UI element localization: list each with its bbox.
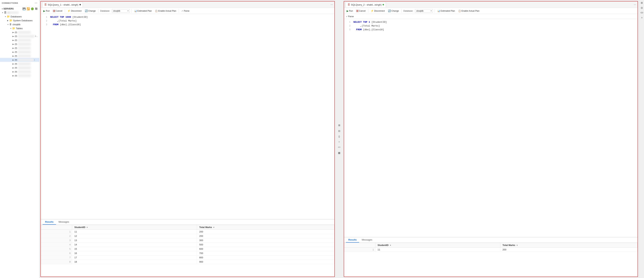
server-label: sh xyxy=(7,11,18,14)
q1-sort1[interactable]: ▾ xyxy=(86,226,88,228)
mid-icon-arrows[interactable]: <> xyxy=(337,145,341,149)
q2-sort1[interactable]: ▾ xyxy=(390,244,391,246)
table-item-11[interactable]: ▶ 🗃 xyxy=(0,70,39,74)
q1-code-text-1: SELECT TOP 1000 [StudentID] xyxy=(50,16,88,19)
system-databases-node[interactable]: ▶ 📁 System Databases xyxy=(0,19,39,22)
table-item-6[interactable]: ▶ 🗃 xyxy=(0,50,39,54)
table-item-8[interactable]: ▶ 🗃 ) xyxy=(0,58,39,62)
mid-icon-grid[interactable]: ⊞ xyxy=(338,123,341,127)
q2-tab[interactable]: 🗄 SQLQuery_2 - shakti...isingh) xyxy=(346,2,386,7)
ti8-label xyxy=(18,59,34,61)
cell-totalmarks: 200 xyxy=(197,234,334,238)
q1-estimated-plan-button[interactable]: 📊 Estimated Plan xyxy=(134,9,153,13)
q2-code-editor[interactable]: 1 SELECT TOP 1 [StudentID] 2 ,[Total Mar… xyxy=(344,19,638,237)
q2-disconnect-label: Disconnect xyxy=(374,10,385,12)
q1-run-button[interactable]: ▶ Run xyxy=(42,9,50,13)
mid-icon-formula[interactable]: ⌗ xyxy=(338,140,340,144)
right-icon4[interactable]: ⌗ xyxy=(640,16,644,20)
refresh-icon[interactable]: 🔁 xyxy=(27,7,30,10)
q2-db-selector[interactable]: cksqldb ▾ xyxy=(415,9,433,13)
q2-parse-button[interactable]: ✓ Parse xyxy=(346,15,354,18)
table-item-2[interactable]: ▶ 🗃 6... xyxy=(0,34,39,38)
table-item-1[interactable]: ▶ 🗃 xyxy=(0,30,39,34)
ti2-label xyxy=(18,35,34,38)
q2-estimated-plan-button[interactable]: 📊 Estimated Plan xyxy=(436,9,456,13)
q1-ln1: 1 xyxy=(42,16,47,19)
q2-enable-actual-plan-button[interactable]: 📋 Enable Actual Plan xyxy=(458,9,480,13)
system-databases-label: System Databases xyxy=(13,19,32,22)
q1-results-area: Results Messages StudentID ▾ xyxy=(41,219,334,276)
q2-results-tab[interactable]: Results xyxy=(346,237,359,242)
cell-studentid: 15 xyxy=(72,247,197,251)
table-item-5[interactable]: ▶ 🗃 xyxy=(0,46,39,50)
q2-messages-tab[interactable]: Messages xyxy=(359,237,375,242)
databases-node[interactable]: ▾ 📁 Databases xyxy=(0,15,39,19)
mid-icon-code[interactable]: {} xyxy=(338,135,340,138)
servers-toolbar: 💾 🔁 🟢 ⛓ xyxy=(22,7,38,10)
q1-tab[interactable]: 🗄 SQLQuery_1 - shakti...isingh) xyxy=(42,2,83,7)
table-item-12[interactable]: ▶ 🗃 xyxy=(0,74,39,78)
q2-code-text-1: SELECT TOP 1 [StudentID] xyxy=(354,21,387,24)
ti11-label xyxy=(18,70,31,73)
q1-change-button[interactable]: 🔄 Change xyxy=(84,9,96,13)
table-item-4[interactable]: ▶ 🗃 xyxy=(0,42,39,46)
q2-ln3: 3 xyxy=(346,28,350,32)
q1-messages-tab[interactable]: Messages xyxy=(56,219,72,225)
q1-run-icon: ▶ xyxy=(43,10,45,12)
table-item-10[interactable]: ▶ 🗃 xyxy=(0,66,39,70)
q1-ep-icon: 📊 xyxy=(134,10,137,12)
server-node[interactable]: ▾ 🗄 sh xyxy=(0,11,39,15)
q2-ln1: 1 xyxy=(346,21,350,24)
q2-toolbar2: ✓ Parse xyxy=(344,14,638,19)
cell-studentid: 18 xyxy=(72,260,197,264)
q2-code-line-1: 1 SELECT TOP 1 [StudentID] xyxy=(344,21,638,24)
q1-col-totalmarks[interactable]: Total Marks ▾ xyxy=(197,225,334,230)
table-item-7[interactable]: ▶ 🗃 xyxy=(0,54,39,58)
connections-more-button[interactable]: ··· xyxy=(35,2,38,5)
table-row: 1 11 200 xyxy=(41,230,334,234)
q2-col-studentid[interactable]: StudentID ▾ xyxy=(375,243,500,247)
q2-code-text-2: ,[Total Marks] xyxy=(354,24,380,28)
middle-toolbar: ⊞ ⊟ {} ⌗ <> ▦ xyxy=(336,0,343,278)
q2-cancel-button[interactable]: ■ Cancel xyxy=(356,9,366,13)
q1-more-button[interactable]: ··· xyxy=(330,3,333,6)
q2-more-button[interactable]: ··· xyxy=(634,3,636,6)
q2-change-button[interactable]: 🔄 Change xyxy=(387,9,400,13)
connect-icon[interactable]: ⛓ xyxy=(35,7,38,10)
sidebar: CONNECTIONS ··· ▾ SERVERS 💾 🔁 🟢 ⛓ ▾ 🗄 sh… xyxy=(0,0,39,278)
mid-icon-table[interactable]: ⊟ xyxy=(338,129,341,133)
filter-icon[interactable]: 🟢 xyxy=(31,7,34,10)
right-icon3[interactable]: {} xyxy=(640,11,644,14)
q1-cancel-button[interactable]: ■ Cancel xyxy=(52,9,63,13)
q2-disconnect-button[interactable]: ⚡ Disconnect xyxy=(370,9,386,13)
q1-disconnect-label: Disconnect xyxy=(71,10,82,12)
right-strip: ⊞ ⊟ {} ⌗ xyxy=(639,0,644,278)
ti11-chevron: ▶ xyxy=(12,71,15,73)
q2-sort2[interactable]: ▾ xyxy=(516,244,518,246)
q1-db-selector[interactable]: cksqldb ▾ xyxy=(112,9,130,13)
q1-sort2[interactable]: ▾ xyxy=(213,226,214,228)
table-icon11: 🗃 xyxy=(15,70,17,73)
right-icon2[interactable]: ⊟ xyxy=(640,6,644,10)
tables-node[interactable]: ▾ 📁 Tables xyxy=(0,26,39,30)
q1-code-editor[interactable]: 1 SELECT TOP 1000 [StudentID] 2 ,[Total … xyxy=(41,14,334,219)
row-num: 5 xyxy=(41,247,72,251)
cell-studentid: 12 xyxy=(72,234,197,238)
right-icon1[interactable]: ⊞ xyxy=(640,1,644,5)
q1-enable-actual-plan-button[interactable]: 📋 Enable Actual Plan xyxy=(154,9,177,13)
q1-results-tab[interactable]: Results xyxy=(42,219,56,225)
cksqldb-node[interactable]: ▾ 🛢 cksqldb xyxy=(0,22,39,26)
q1-disconnect-button[interactable]: ⚡ Disconnect xyxy=(67,9,82,13)
q2-col-totalmarks[interactable]: Total Marks ▾ xyxy=(500,243,638,247)
table-item-3[interactable]: ▶ 🗃 xyxy=(0,38,39,42)
new-query-icon[interactable]: 💾 xyxy=(22,7,26,10)
q2-run-button[interactable]: ▶ Run xyxy=(346,9,354,13)
q1-db-icon: 🗄 xyxy=(44,3,47,6)
q1-col-studentid[interactable]: StudentID ▾ xyxy=(72,225,197,230)
ti8-chevron: ▶ xyxy=(12,59,15,61)
q1-tab-title: SQLQuery_1 - shakti...isingh) xyxy=(48,4,78,6)
mid-icon-chart[interactable]: ▦ xyxy=(337,151,341,155)
table-item-9[interactable]: ▶ 🗃 xyxy=(0,62,39,66)
q1-parse-button[interactable]: ✓ Parse xyxy=(181,9,190,13)
row-num: 1 xyxy=(344,247,375,252)
